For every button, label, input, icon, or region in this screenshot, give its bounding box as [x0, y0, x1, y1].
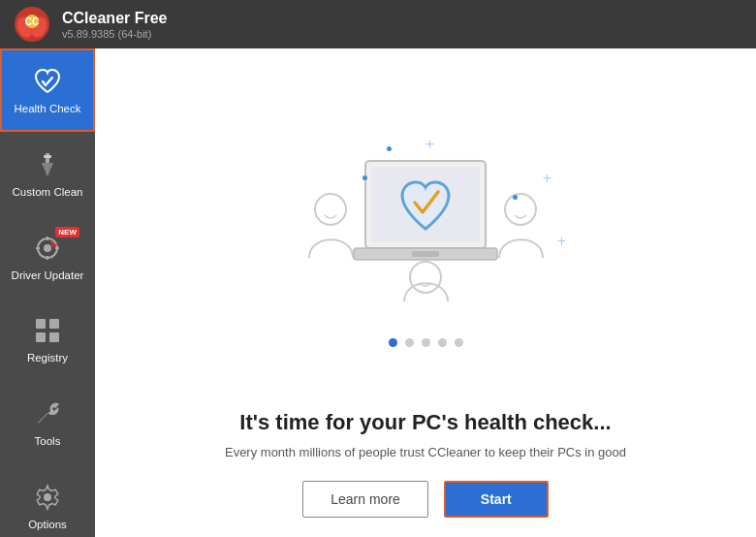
broom-icon — [30, 147, 65, 182]
illustration-container: + + + — [270, 117, 581, 331]
title-bar: CC CCleaner Free v5.89.9385 (64-bit) — [0, 0, 756, 48]
hero-svg — [280, 122, 571, 326]
sidebar-tools-label: Tools — [35, 435, 61, 449]
main-layout: Health Check Custom Clean NEW — [0, 48, 756, 537]
carousel-dot-4[interactable] — [438, 338, 447, 347]
carousel-dot-1[interactable] — [389, 338, 397, 347]
subtext: Every month millions of people trust CCl… — [196, 443, 655, 462]
options-gear-icon — [30, 480, 65, 515]
carousel-dot-3[interactable] — [422, 338, 430, 347]
tools-icon — [30, 396, 65, 431]
app-title: CCleaner Free — [62, 9, 168, 27]
sidebar-item-driver-updater[interactable]: NEW Driver Updater — [0, 215, 95, 299]
learn-more-button[interactable]: Learn more — [302, 481, 428, 518]
heart-check-icon — [30, 64, 65, 99]
sidebar-health-check-label: Health Check — [14, 103, 80, 116]
grid-icon — [30, 313, 65, 348]
sidebar-driver-updater-label: Driver Updater — [12, 269, 84, 283]
sidebar-item-health-check[interactable]: Health Check — [0, 48, 95, 132]
headline: It's time for your PC's health check... — [220, 410, 630, 435]
app-logo: CC — [14, 6, 50, 43]
deco-plus-2: + — [543, 171, 551, 186]
svg-rect-18 — [49, 332, 59, 342]
sidebar-options-label: Options — [28, 519, 67, 532]
carousel-dot-2[interactable] — [405, 338, 414, 347]
app-title-group: CCleaner Free v5.89.9385 (64-bit) — [62, 9, 168, 39]
svg-point-19 — [44, 493, 51, 501]
svg-rect-16 — [49, 319, 59, 329]
svg-rect-15 — [36, 319, 46, 329]
deco-dot-1 — [387, 146, 392, 151]
svg-point-10 — [44, 244, 51, 252]
sidebar-item-custom-clean[interactable]: Custom Clean — [0, 132, 95, 215]
carousel-dots — [389, 338, 463, 347]
app-version: v5.89.9385 (64-bit) — [62, 28, 168, 40]
svg-rect-25 — [412, 251, 439, 257]
sidebar: Health Check Custom Clean NEW — [0, 48, 95, 537]
deco-plus-3: + — [557, 234, 566, 249]
svg-text:CC: CC — [25, 16, 39, 27]
deco-plus-1: + — [425, 137, 434, 152]
new-badge: NEW — [55, 227, 79, 237]
sidebar-item-registry[interactable]: Registry — [0, 298, 95, 381]
sidebar-registry-label: Registry — [27, 352, 68, 365]
sidebar-item-options[interactable]: Options — [0, 464, 95, 537]
svg-point-20 — [315, 194, 346, 225]
content-area: + + + — [95, 48, 756, 537]
deco-dot-3 — [513, 195, 518, 200]
start-button[interactable]: Start — [444, 481, 549, 518]
svg-point-21 — [505, 194, 536, 225]
svg-point-26 — [410, 262, 441, 293]
svg-rect-6 — [44, 155, 51, 158]
svg-rect-17 — [36, 332, 46, 342]
hero-area: + + + — [95, 48, 756, 410]
deco-dot-2 — [362, 175, 367, 180]
carousel-dot-5[interactable] — [455, 338, 463, 347]
sidebar-item-tools[interactable]: Tools — [0, 381, 95, 464]
sidebar-custom-clean-label: Custom Clean — [13, 186, 83, 200]
button-row: Learn more Start — [302, 481, 549, 518]
